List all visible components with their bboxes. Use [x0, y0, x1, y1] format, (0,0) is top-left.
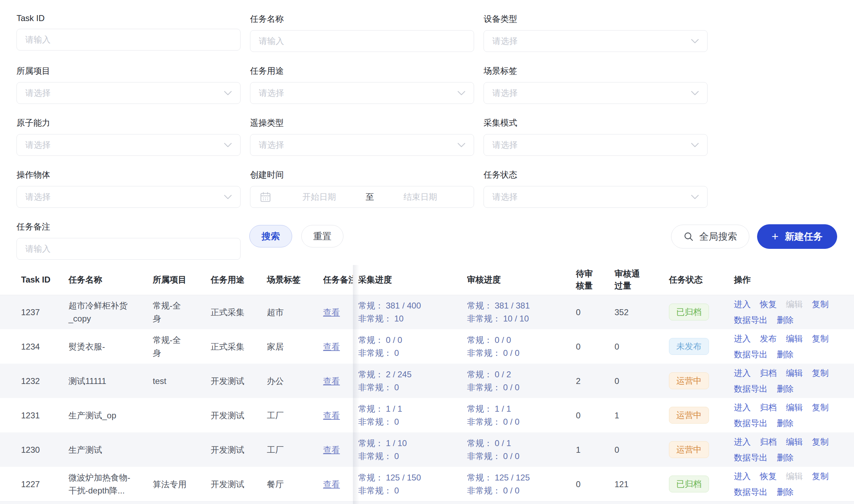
select-placeholder: 请选择: [25, 139, 51, 151]
action-link: 编辑: [786, 298, 803, 311]
action-link[interactable]: 进入: [734, 401, 751, 414]
cell-status: 已归档: [669, 467, 734, 501]
task-name: 微波炉加热食物-干扰-depth降...: [68, 471, 131, 497]
filter-field-label: 任务备注: [17, 221, 241, 232]
filter-select[interactable]: 请选择: [484, 82, 708, 104]
action-link[interactable]: 编辑: [786, 332, 803, 345]
action-link[interactable]: 删除: [777, 348, 794, 361]
table-row: 1234熨烫衣服-常规-全身正式采集家居查看常规： 0 / 0非常规： 0常规：…: [0, 329, 854, 364]
filter-panel: Task ID 任务名称 设备类型 请选择 所属项目 请选择: [17, 13, 838, 260]
action-link[interactable]: 数据导出: [734, 451, 768, 464]
column-header: Task ID: [0, 265, 68, 295]
reset-button[interactable]: 重置: [301, 225, 343, 247]
global-search-button[interactable]: 全局搜索: [671, 225, 749, 248]
action-link[interactable]: 删除: [777, 451, 794, 464]
view-remark-link[interactable]: 查看: [323, 411, 340, 420]
new-task-button[interactable]: + 新建任务: [757, 224, 837, 249]
cell-status: 运营中: [669, 432, 734, 467]
action-link[interactable]: 归档: [760, 366, 777, 379]
action-link[interactable]: 数据导出: [734, 313, 768, 326]
action-link[interactable]: 归档: [760, 435, 777, 448]
action-link[interactable]: 数据导出: [734, 382, 768, 395]
cell-review-progress: 常规： 381 / 381非常规： 10 / 10: [467, 295, 576, 329]
toolbar: 全局搜索 + 新建任务: [671, 224, 837, 249]
filter-actions: 搜索 重置: [249, 225, 343, 247]
cell-status: 运营中: [669, 364, 734, 398]
cell-collect-progress: 常规： 0 / 0非常规： 0: [353, 329, 467, 364]
action-link[interactable]: 编辑: [786, 401, 803, 414]
filter-select[interactable]: 请选择: [484, 186, 708, 208]
view-remark-link[interactable]: 查看: [323, 376, 340, 386]
task-name: 超市冷鲜柜补货_copy: [68, 299, 131, 325]
action-link[interactable]: 进入: [734, 470, 751, 483]
action-link[interactable]: 复制: [812, 470, 829, 483]
filter-field-label: 所属项目: [17, 65, 241, 77]
action-link[interactable]: 恢复: [760, 470, 777, 483]
action-link[interactable]: 归档: [760, 401, 777, 414]
action-link[interactable]: 删除: [777, 382, 794, 395]
select-placeholder: 请选择: [259, 139, 284, 151]
status-badge: 未发布: [669, 338, 709, 355]
action-link[interactable]: 复制: [812, 366, 829, 379]
action-link[interactable]: 编辑: [786, 435, 803, 448]
cell-actions: 进入恢复编辑复制数据导出删除: [734, 295, 854, 329]
cell-collect-progress: 常规： 1 / 10非常规： 0: [353, 432, 467, 467]
action-link[interactable]: 进入: [734, 298, 751, 311]
action-link[interactable]: 进入: [734, 332, 751, 345]
filter-select[interactable]: 请选择: [484, 30, 708, 52]
filter-select[interactable]: 请选择: [17, 186, 241, 208]
filter-select[interactable]: 请选择: [250, 82, 474, 104]
status-badge: 已归档: [669, 304, 709, 320]
action-link[interactable]: 进入: [734, 435, 751, 448]
action-link[interactable]: 复制: [812, 435, 829, 448]
cell-task-name: 超市冷鲜柜补货_copy: [68, 295, 153, 329]
cell-scene-tag: 超市: [267, 295, 323, 329]
filter-select[interactable]: 请选择: [17, 134, 241, 156]
action-link[interactable]: 恢复: [760, 298, 777, 311]
action-link[interactable]: 删除: [777, 417, 794, 430]
cell-remark: 查看: [323, 364, 353, 398]
filter-field: 所属项目 请选择: [17, 65, 241, 104]
action-link[interactable]: 复制: [812, 401, 829, 414]
status-badge: 运营中: [669, 441, 709, 458]
filter-field: 任务状态 请选择: [484, 169, 708, 208]
view-remark-link[interactable]: 查看: [323, 479, 340, 489]
cell-purpose: 开发测试: [211, 398, 267, 432]
cell-task-name: 生产测试: [68, 432, 153, 467]
action-link[interactable]: 复制: [812, 332, 829, 345]
filter-select[interactable]: 请选择: [484, 134, 708, 156]
column-header: 所属项目: [153, 265, 211, 295]
filter-daterange[interactable]: 开始日期 至 结束日期: [250, 186, 474, 208]
progress-line: 常规： 0 / 2: [467, 368, 562, 381]
filter-text-input[interactable]: [17, 238, 241, 260]
action-link[interactable]: 编辑: [786, 366, 803, 379]
task-name: 生产测试_op: [68, 409, 131, 422]
action-link[interactable]: 发布: [760, 332, 777, 345]
filter-text-input[interactable]: [250, 30, 474, 52]
action-link[interactable]: 删除: [777, 485, 794, 498]
view-remark-link[interactable]: 查看: [323, 307, 340, 317]
cell-scene-tag: 餐厅: [267, 467, 323, 501]
cell-passed-count: 0: [615, 364, 669, 398]
action-link[interactable]: 数据导出: [734, 485, 768, 498]
filter-select[interactable]: 请选择: [17, 82, 241, 104]
view-remark-link[interactable]: 查看: [323, 445, 340, 455]
filter-field: 任务名称: [250, 13, 474, 52]
search-button[interactable]: 搜索: [249, 225, 292, 247]
action-link[interactable]: 数据导出: [734, 417, 768, 430]
end-date-placeholder: 结束日期: [376, 191, 465, 203]
action-link[interactable]: 删除: [777, 313, 794, 326]
cell-task-name: 生产测试_op: [68, 398, 153, 432]
view-remark-link[interactable]: 查看: [323, 342, 340, 351]
filter-text-input[interactable]: [17, 29, 241, 51]
cell-scene-tag: 家居: [267, 329, 323, 364]
action-link[interactable]: 复制: [812, 298, 829, 311]
filter-select[interactable]: 请选择: [250, 134, 474, 156]
filter-field-label: 任务用途: [250, 65, 474, 77]
cell-remark: 查看: [323, 398, 353, 432]
action-link[interactable]: 数据导出: [734, 348, 768, 361]
action-link[interactable]: 进入: [734, 366, 751, 379]
cell-status: 运营中: [669, 398, 734, 432]
filter-field: 原子能力 请选择: [17, 117, 241, 156]
filter-field-label: 采集模式: [484, 117, 708, 128]
